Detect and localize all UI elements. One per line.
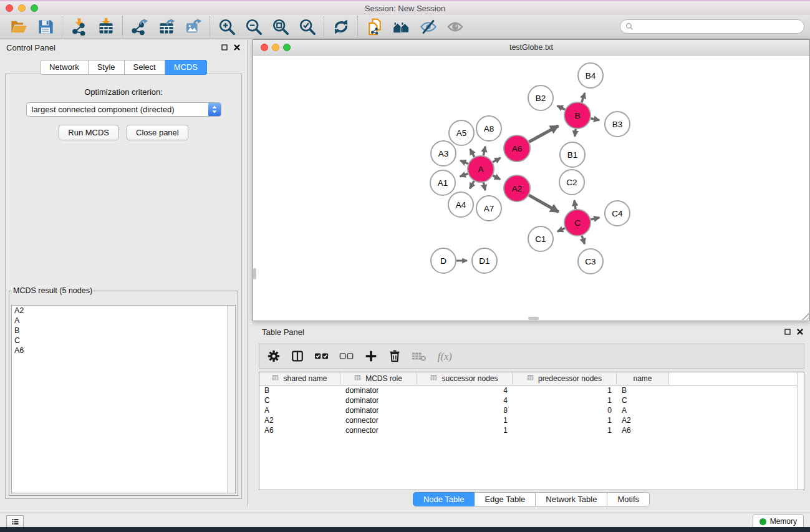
close-panel-button[interactable]: Close panel (127, 125, 188, 140)
network-graph[interactable]: B4B2BB3A8A5A6A3B1AC2A1A2A4A7C4CC1C3DD1 (253, 56, 809, 321)
edge-A-A7[interactable] (483, 183, 485, 191)
settings-icon[interactable] (267, 348, 281, 364)
close-panel-icon[interactable] (233, 44, 241, 52)
result-list-scrollbar[interactable] (227, 306, 235, 493)
delete-column-icon[interactable] (388, 348, 402, 364)
home-icon[interactable] (388, 16, 415, 37)
hide-graphics-details-icon[interactable] (415, 16, 441, 37)
table-row[interactable]: Adominator80A (259, 405, 804, 415)
edge-A-A5[interactable] (470, 149, 475, 157)
table-row[interactable]: Bdominator41B (259, 385, 804, 395)
edge-B-B4[interactable] (582, 93, 585, 102)
float-table-panel-icon[interactable] (783, 328, 791, 336)
table-row[interactable]: A6connector11A6 (259, 425, 804, 435)
export-table-icon[interactable] (153, 16, 180, 37)
vertical-scroll-thumb[interactable] (253, 268, 256, 279)
edge-A-A1[interactable] (460, 174, 468, 177)
result-item[interactable]: A (12, 316, 235, 326)
save-session-icon[interactable] (32, 16, 59, 37)
node-B1[interactable]: B1 (560, 142, 585, 167)
edge-A-A4[interactable] (470, 181, 474, 188)
table-row[interactable]: A2connector11A2 (259, 415, 804, 425)
node-A3[interactable]: A3 (431, 141, 456, 166)
node-A[interactable]: A (468, 156, 494, 182)
node-C4[interactable]: C4 (605, 201, 630, 226)
edge-C-C2[interactable] (574, 200, 576, 209)
task-history-button[interactable] (6, 515, 24, 528)
node-A7[interactable]: A7 (476, 196, 501, 221)
node-A1[interactable]: A1 (430, 170, 455, 195)
refresh-layout-icon[interactable] (327, 16, 354, 37)
tab-mcds[interactable]: MCDS (165, 60, 207, 75)
zoom-selected-icon[interactable] (294, 16, 321, 37)
edge-B-B3[interactable] (591, 118, 600, 120)
tab-network[interactable]: Network (40, 60, 89, 75)
close-table-panel-icon[interactable] (796, 328, 804, 336)
float-panel-icon[interactable] (220, 44, 228, 52)
column-header-name[interactable]: name (617, 372, 669, 385)
show-view-icon[interactable] (441, 16, 468, 37)
result-item[interactable]: B (12, 326, 235, 336)
edge-A-A3[interactable] (460, 160, 468, 163)
tab-select[interactable]: Select (125, 60, 165, 75)
clone-network-icon[interactable] (361, 16, 388, 37)
node-B3[interactable]: B3 (605, 112, 630, 137)
table-row[interactable]: Cdominator41C (259, 395, 804, 405)
column-header-successor-nodes[interactable]: successor nodes (417, 372, 513, 385)
node-C2[interactable]: C2 (559, 170, 584, 195)
zoom-fit-icon[interactable] (267, 16, 294, 37)
table-scrollbar[interactable] (797, 372, 804, 490)
edge-C-C4[interactable] (591, 218, 599, 220)
node-A8[interactable]: A8 (476, 116, 501, 141)
edge-A-A2[interactable] (493, 175, 500, 179)
search-input[interactable] (637, 22, 804, 32)
import-network-icon[interactable] (65, 16, 92, 37)
criterion-dropdown[interactable]: largest connected component (directed) (26, 102, 221, 117)
tab-style[interactable]: Style (89, 60, 125, 75)
export-network-icon[interactable] (126, 16, 153, 37)
node-A5[interactable]: A5 (449, 120, 474, 145)
import-table-icon[interactable] (92, 16, 119, 37)
result-item[interactable]: C (12, 336, 235, 346)
edge-A2-C[interactable] (529, 195, 559, 212)
node-C3[interactable]: C3 (578, 249, 603, 274)
zoom-in-icon[interactable] (213, 16, 240, 37)
node-C[interactable]: C (564, 210, 591, 236)
result-item[interactable]: A6 (12, 346, 235, 355)
network-window-titlebar[interactable]: testGlobe.txt (253, 40, 809, 56)
node-B[interactable]: B (564, 102, 591, 128)
edge-B-B1[interactable] (575, 129, 576, 137)
add-column-icon[interactable] (364, 348, 378, 364)
node-A6[interactable]: A6 (504, 135, 530, 162)
edge-C-C1[interactable] (557, 228, 565, 231)
deselect-all-icon[interactable] (339, 348, 354, 364)
export-image-icon[interactable] (180, 16, 206, 37)
node-D[interactable]: D (431, 248, 456, 273)
node-B2[interactable]: B2 (528, 85, 553, 110)
edge-C-C3[interactable] (582, 236, 584, 244)
column-header-predecessor-nodes[interactable]: predecessor nodes (513, 372, 617, 385)
node-C1[interactable]: C1 (528, 226, 553, 251)
tab-network-table[interactable]: Network Table (536, 492, 607, 506)
network-canvas[interactable]: B4B2BB3A8A5A6A3B1AC2A1A2A4A7C4CC1C3DD1 (253, 56, 809, 321)
memory-button[interactable]: Memory (753, 515, 804, 528)
node-A2[interactable]: A2 (504, 175, 530, 201)
column-header-shared-name[interactable]: shared name (259, 372, 340, 385)
split-column-icon[interactable] (291, 348, 304, 364)
node-table[interactable]: shared nameMCDS rolesuccessor nodesprede… (259, 372, 804, 490)
tab-node-table[interactable]: Node Table (413, 492, 475, 506)
node-B4[interactable]: B4 (578, 63, 603, 88)
open-file-icon[interactable] (5, 16, 32, 37)
select-all-icon[interactable] (314, 348, 329, 364)
result-item[interactable]: A2 (12, 306, 235, 316)
tab-edge-table[interactable]: Edge Table (475, 492, 536, 506)
edge-A-A8[interactable] (483, 147, 485, 156)
mcds-result-list[interactable]: A2ABCA6 (11, 305, 236, 493)
zoom-out-icon[interactable] (240, 16, 267, 37)
node-A4[interactable]: A4 (448, 192, 473, 217)
horizontal-scroll-thumb[interactable] (528, 317, 539, 320)
edge-B-B2[interactable] (557, 106, 565, 110)
search-field[interactable] (620, 19, 804, 34)
edge-A6-B[interactable] (529, 126, 558, 142)
run-mcds-button[interactable]: Run MCDS (59, 125, 118, 140)
